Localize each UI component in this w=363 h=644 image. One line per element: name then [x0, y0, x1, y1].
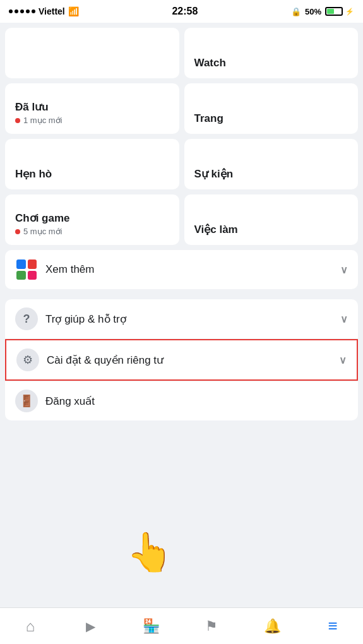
- menu-icon: ≡: [328, 616, 337, 636]
- nav-video[interactable]: ▶: [61, 608, 121, 644]
- gear-icon: ⚙: [23, 353, 33, 367]
- bell-icon: 🔔: [264, 618, 281, 635]
- choi-game-badge-text: 5 mục mới: [23, 227, 62, 236]
- da-luu-badge: 1 mục mới: [15, 116, 169, 125]
- menu-item-da-luu[interactable]: Đã lưu 1 mục mới: [5, 83, 179, 134]
- home-icon: ⌂: [26, 617, 35, 635]
- su-kien-label: Sự kiện: [194, 167, 348, 181]
- battery-indicator: ⚡: [325, 7, 354, 16]
- nav-menu[interactable]: ≡: [302, 608, 363, 644]
- menu-grid-row1: Watch: [5, 28, 358, 78]
- dang-xuat-label: Đăng xuất: [45, 395, 348, 408]
- door-icon: 🚪: [20, 394, 33, 408]
- tro-giup-row[interactable]: ? Trợ giúp & hỗ trợ ∨: [5, 299, 358, 338]
- xem-them-label: Xem thêm: [45, 263, 340, 276]
- tro-giup-icon: ?: [15, 307, 38, 330]
- dang-xuat-row[interactable]: 🚪 Đăng xuất: [5, 381, 358, 420]
- nav-flag[interactable]: ⚑: [181, 608, 242, 644]
- status-bar: Viettel 📶 22:58 🔒 50% ⚡: [0, 0, 363, 23]
- flag-icon: ⚑: [205, 618, 218, 635]
- menu-item-su-kien[interactable]: Sự kiện: [184, 139, 359, 189]
- status-time: 22:58: [172, 6, 198, 17]
- status-left: Viettel 📶: [9, 6, 79, 16]
- battery-percent: 50%: [305, 7, 321, 16]
- menu-grid-row3: Hẹn hò Sự kiện: [5, 139, 358, 189]
- bottom-nav: ⌂ ▶ 🏪 ⚑ 🔔 ≡: [0, 607, 363, 644]
- da-luu-label: Đã lưu: [15, 100, 169, 114]
- question-mark: ?: [23, 313, 30, 326]
- trang-label: Trang: [194, 112, 348, 125]
- menu-item-watch[interactable]: Watch: [184, 28, 359, 78]
- cai-dat-row[interactable]: ⚙ Cài đặt & quyền riêng tư ∨: [5, 339, 358, 381]
- play-icon: ▶: [86, 619, 95, 634]
- watch-label: Watch: [194, 57, 348, 69]
- xem-them-chevron: ∨: [340, 264, 348, 276]
- nav-marketplace[interactable]: 🏪: [121, 608, 182, 644]
- xem-them-icon: [15, 258, 38, 281]
- choi-game-badge: 5 mục mới: [15, 227, 169, 236]
- badge-dot-game: [15, 229, 20, 234]
- menu-item-hen-ho[interactable]: Hẹn hò: [5, 139, 179, 189]
- xem-them-row[interactable]: Xem thêm ∨: [5, 250, 358, 289]
- status-right: 🔒 50% ⚡: [291, 7, 354, 16]
- tro-giup-label: Trợ giúp & hỗ trợ: [45, 313, 340, 326]
- nav-home[interactable]: ⌂: [0, 608, 61, 644]
- dang-xuat-icon: 🚪: [15, 390, 38, 412]
- wifi-icon: 📶: [68, 6, 79, 16]
- cai-dat-icon: ⚙: [16, 349, 39, 371]
- choi-game-label: Chơi game: [15, 212, 169, 225]
- badge-dot-red: [15, 118, 20, 123]
- nav-bell[interactable]: 🔔: [242, 608, 302, 644]
- signal-dots: [9, 9, 35, 13]
- hen-ho-label: Hẹn hò: [15, 167, 169, 181]
- shop-icon: 🏪: [143, 618, 160, 635]
- carrier-name: Viettel: [39, 6, 65, 16]
- menu-item-viec-lam[interactable]: Việc làm: [184, 194, 359, 245]
- menu-grid-row4: Chơi game 5 mục mới Việc làm: [5, 194, 358, 245]
- cai-dat-label: Cài đặt & quyền riêng tư: [47, 354, 339, 367]
- hand-cursor: 👆: [126, 530, 174, 575]
- da-luu-badge-text: 1 mục mới: [23, 116, 62, 125]
- divider1: [5, 294, 358, 299]
- lock-icon: 🔒: [291, 7, 301, 16]
- main-content: Watch Đã lưu 1 mục mới Trang Hẹn hò Sự k…: [0, 23, 363, 470]
- cai-dat-chevron: ∨: [339, 354, 347, 366]
- menu-item-trang[interactable]: Trang: [184, 83, 359, 134]
- menu-item-choi-game[interactable]: Chơi game 5 mục mới: [5, 194, 179, 245]
- menu-grid-row2: Đã lưu 1 mục mới Trang: [5, 83, 358, 134]
- menu-item-empty-top: [5, 28, 179, 78]
- viec-lam-label: Việc làm: [194, 223, 348, 236]
- tro-giup-chevron: ∨: [340, 313, 348, 325]
